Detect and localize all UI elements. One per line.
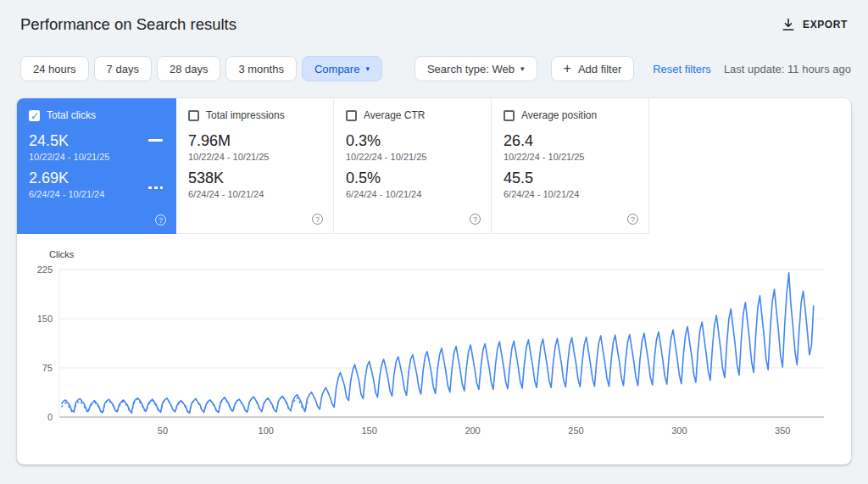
chevron-down-icon: ▾ [365,65,370,73]
metric-cards-row: Total clicks 24.5K 10/22/24 - 10/21/25 2… [17,98,851,234]
search-type-dropdown[interactable]: Search type: Web ▾ [415,56,537,81]
metric-range-current: 10/22/24 - 10/21/25 [188,152,321,162]
metric-value-current: 7.96M [188,132,321,150]
metric-label: Total clicks [47,109,96,121]
metric-head: Total clicks [29,109,164,121]
svg-text:350: 350 [775,426,790,436]
search-type-label: Search type: Web [427,63,515,75]
add-filter-button[interactable]: + Add filter [551,56,635,81]
metric-value-previous: 538K [188,170,321,187]
metric-label: Average CTR [364,109,425,121]
clicks-line-chart: 07515022550100150200250300350 [20,261,846,442]
download-icon [781,17,796,32]
metric-card-total-impressions[interactable]: Total impressions 7.96M 10/22/24 - 10/21… [176,98,334,234]
metric-range-previous: 6/24/24 - 10/21/24 [346,189,479,199]
last-update-text: Last update: 11 hours ago [724,63,851,75]
checkbox-unchecked-icon[interactable] [346,110,357,121]
filter-bar: 24 hours 7 days 28 days 3 months Compare… [20,56,851,81]
svg-text:50: 50 [158,426,168,436]
metric-value-previous: 0.5% [346,170,479,187]
svg-text:225: 225 [37,264,53,275]
metric-head: Average CTR [346,109,479,121]
metric-range-previous: 6/24/24 - 10/21/24 [504,189,637,199]
metric-value-previous: 2.69K [29,170,164,187]
reset-filters-link[interactable]: Reset filters [653,63,711,75]
date-range-3-months[interactable]: 3 months [225,56,296,81]
metric-card-total-clicks[interactable]: Total clicks 24.5K 10/22/24 - 10/21/25 2… [17,98,176,234]
page-title: Performance on Search results [20,15,236,34]
checkbox-unchecked-icon[interactable] [504,110,515,121]
metric-head: Total impressions [188,109,321,121]
metric-value-current: 26.4 [504,132,637,150]
add-filter-label: Add filter [578,63,621,75]
metric-head: Average position [504,109,637,121]
metric-label: Average position [521,109,597,121]
metric-value-current: 0.3% [346,132,479,150]
solid-line-indicator [148,139,163,142]
date-range-7-days[interactable]: 7 days [94,56,152,81]
chart-y-axis-title: Clicks [49,249,846,259]
svg-text:150: 150 [361,426,376,436]
metric-card-average-ctr[interactable]: Average CTR 0.3% 10/22/24 - 10/21/25 0.5… [334,98,492,234]
metric-card-average-position[interactable]: Average position 26.4 10/22/24 - 10/21/2… [492,98,649,234]
svg-text:300: 300 [671,426,687,436]
export-button[interactable]: EXPORT [781,17,848,32]
svg-text:250: 250 [568,426,583,436]
page-header: Performance on Search results EXPORT [0,0,868,34]
performance-card: Total clicks 24.5K 10/22/24 - 10/21/25 2… [17,98,851,465]
dashed-line-indicator [148,186,163,189]
svg-text:75: 75 [42,363,53,373]
metric-value-previous: 45.5 [504,170,637,187]
metric-range-current: 10/22/24 - 10/21/25 [29,152,164,162]
compare-button[interactable]: Compare ▾ [302,56,382,81]
svg-text:150: 150 [37,314,53,324]
svg-text:200: 200 [465,426,480,436]
date-range-24-hours[interactable]: 24 hours [20,56,89,81]
metric-range-current: 10/22/24 - 10/21/25 [346,152,479,162]
metric-range-previous: 6/24/24 - 10/21/24 [188,189,321,199]
date-range-28-days[interactable]: 28 days [157,56,221,81]
help-icon[interactable]: ? [470,214,481,225]
svg-text:0: 0 [47,412,53,422]
compare-label: Compare [314,63,359,75]
svg-text:100: 100 [259,426,274,436]
export-label: EXPORT [803,19,848,31]
metric-value-current: 24.5K [29,132,164,150]
help-icon[interactable]: ? [312,214,323,225]
help-icon[interactable]: ? [627,214,638,225]
checkbox-unchecked-icon[interactable] [188,110,199,121]
chevron-down-icon: ▾ [520,65,525,73]
metric-label: Total impressions [206,109,285,121]
help-icon[interactable]: ? [155,214,166,225]
checkbox-checked-icon[interactable] [29,110,40,121]
metric-range-previous: 6/24/24 - 10/21/24 [29,189,164,199]
plus-icon: + [564,61,571,76]
chart-section: Clicks 07515022550100150200250300350 [17,234,851,442]
metric-range-current: 10/22/24 - 10/21/25 [504,152,637,162]
